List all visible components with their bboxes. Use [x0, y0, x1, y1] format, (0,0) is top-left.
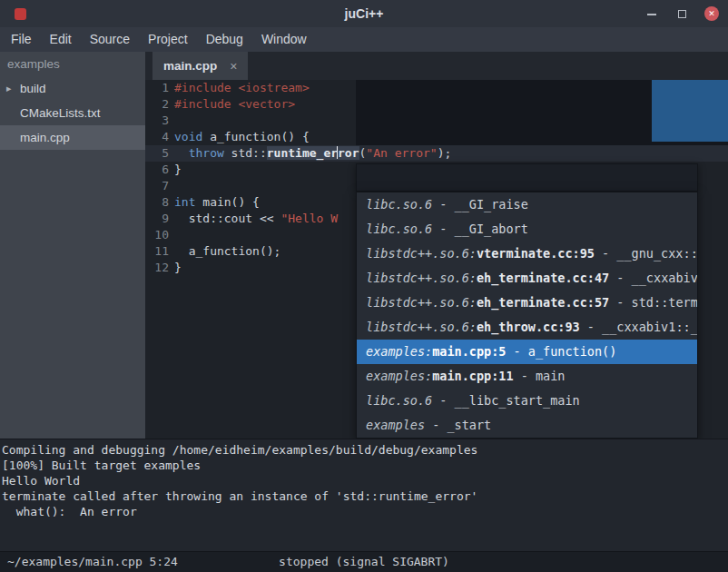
backtrace-binary: libstdc++.so.6: — [366, 271, 477, 285]
menu-item-file[interactable]: File — [2, 27, 41, 52]
tabbar: main.cpp × — [145, 52, 728, 80]
backtrace-location: eh_terminate.cc:47 — [477, 271, 609, 285]
app-icon — [15, 8, 26, 20]
backtrace-location: vterminate.cc:95 — [477, 246, 595, 261]
code-text: throw std::runtime_error("An error"); — [174, 145, 451, 162]
backtrace-filter-entry[interactable] — [356, 163, 698, 192]
status-file-location: ~/examples/main.cpp 5:24 — [7, 552, 178, 572]
backtrace-binary: libstdc++.so.6: — [366, 246, 477, 261]
line-number: 7 — [145, 178, 171, 194]
menu-item-window[interactable]: Window — [252, 27, 316, 52]
line-number: 11 — [145, 243, 171, 260]
backtrace-binary: examples: — [366, 369, 432, 383]
backtrace-binary: libc.so.6 — [366, 222, 432, 236]
sidebar-item-main-cpp[interactable]: main.cpp — [0, 125, 145, 150]
terminal-line: what(): An error — [2, 504, 728, 519]
terminal-line: [100%] Built target examples — [2, 458, 728, 473]
backtrace-row-3[interactable]: libstdc++.so.6:eh_terminate.cc:47 - __cx… — [357, 266, 697, 291]
backtrace-function: - __GI_abort — [432, 222, 528, 236]
code-text: void a_function() { — [174, 129, 310, 145]
backtrace-location: eh_throw.cc:93 — [477, 320, 580, 334]
status-debug-state: stopped (signal SIGABRT) — [279, 552, 449, 572]
tab-close-icon[interactable]: × — [230, 59, 237, 74]
backtrace-function: - std::terminate() — [609, 295, 697, 310]
tab-main-cpp[interactable]: main.cpp × — [152, 52, 248, 80]
backtrace-row-5[interactable]: libstdc++.so.6:eh_throw.cc:93 - __cxxabi… — [357, 315, 697, 340]
code-text: a_function(); — [174, 243, 280, 260]
line-number: 3 — [145, 113, 171, 129]
close-icon[interactable] — [704, 6, 719, 21]
menu-item-edit[interactable]: Edit — [41, 27, 81, 52]
juci-window: juCi++ FileEditSourceProjectDebugWindow … — [0, 0, 728, 572]
line-number: 12 — [145, 260, 171, 276]
chevron-right-icon[interactable]: ▸ — [6, 76, 12, 101]
backtrace-row-2[interactable]: libstdc++.so.6:vterminate.cc:95 - __gnu_… — [357, 242, 697, 266]
minimize-icon[interactable] — [644, 6, 659, 21]
backtrace-function: - _start — [425, 418, 491, 432]
line-number: 4 — [145, 129, 171, 145]
menubar: FileEditSourceProjectDebugWindow — [0, 27, 728, 52]
backtrace-function: - __cxxabiv1::__cxa_thro — [580, 320, 697, 334]
window-title: juCi++ — [0, 6, 728, 21]
code-text: } — [174, 260, 182, 276]
line-number: 8 — [145, 194, 171, 211]
backtrace-function: - __gnu_cxx::__verbos — [595, 246, 697, 261]
backtrace-function: - __libc_start_main — [432, 393, 580, 408]
backtrace-binary: libc.so.6 — [366, 197, 432, 212]
backtrace-row-9[interactable]: examples - _start — [357, 413, 697, 438]
backtrace-binary: libstdc++.so.6: — [366, 295, 477, 310]
code-text: } — [174, 162, 182, 178]
code-text: #include <vector> — [174, 96, 295, 113]
terminal-line: terminate called after throwing an insta… — [2, 488, 728, 504]
titlebar[interactable]: juCi++ — [0, 0, 728, 27]
tooltip-selection-box — [652, 80, 728, 142]
code-text: #include <iostream> — [174, 80, 310, 96]
file-tree: examples ▸buildCMakeLists.txtmain.cpp — [0, 52, 146, 439]
terminal-output[interactable]: Compiling and debugging /home/eidheim/ex… — [0, 439, 728, 552]
backtrace-row-4[interactable]: libstdc++.so.6:eh_terminate.cc:57 - std:… — [357, 291, 697, 315]
sidebar-item-build[interactable]: ▸build — [0, 76, 145, 101]
statusbar: ~/examples/main.cpp 5:24 stopped (signal… — [0, 551, 728, 572]
line-number: 2 — [145, 96, 171, 113]
sidebar-item-cmakelists-txt[interactable]: CMakeLists.txt — [0, 101, 145, 125]
editor-column: main.cpp × 1#include <iostream>2#include… — [145, 52, 728, 439]
code-editor[interactable]: 1#include <iostream>2#include <vector>34… — [145, 80, 728, 439]
sidebar-item-label: main.cpp — [20, 131, 70, 144]
code-line-5[interactable]: 5 throw std::runtime_error("An error"); — [145, 145, 728, 162]
menu-item-project[interactable]: Project — [139, 27, 197, 52]
backtrace-binary: libstdc++.so.6: — [366, 320, 477, 334]
backtrace-location: main.cpp:11 — [432, 369, 513, 383]
project-name: examples — [0, 52, 145, 76]
line-number: 6 — [145, 162, 171, 178]
backtrace-row-7[interactable]: examples:main.cpp:11 - main — [357, 364, 697, 389]
backtrace-function: - __GI_raise — [432, 197, 528, 212]
window-controls — [644, 0, 719, 27]
backtrace-row-1[interactable]: libc.so.6 - __GI_abort — [357, 217, 697, 242]
backtrace-function: - a_function() — [506, 344, 616, 359]
line-number: 10 — [145, 227, 171, 243]
terminal-line: Hello World — [2, 473, 728, 488]
file-tree-items: ▸buildCMakeLists.txtmain.cpp — [0, 76, 145, 150]
code-text: std::cout << "Hello W — [174, 211, 338, 227]
menu-item-debug[interactable]: Debug — [197, 27, 252, 52]
backtrace-row-6[interactable]: examples:main.cpp:5 - a_function() — [357, 340, 697, 364]
line-number: 9 — [145, 211, 171, 227]
line-number: 1 — [145, 80, 171, 96]
backtrace-binary: examples — [366, 418, 425, 432]
backtrace-function: - __cxxabiv1::__term — [609, 271, 697, 285]
restore-icon[interactable] — [674, 6, 689, 21]
sidebar-item-label: build — [20, 82, 46, 95]
backtrace-popup: libc.so.6 - __GI_raiselibc.so.6 - __GI_a… — [356, 192, 698, 439]
tab-label: main.cpp — [163, 59, 217, 73]
backtrace-binary: libc.so.6 — [366, 393, 432, 408]
menu-item-source[interactable]: Source — [81, 27, 139, 52]
main-area: examples ▸buildCMakeLists.txtmain.cpp ma… — [0, 52, 728, 439]
terminal-line: Compiling and debugging /home/eidheim/ex… — [2, 442, 728, 458]
backtrace-row-0[interactable]: libc.so.6 - __GI_raise — [357, 192, 697, 217]
backtrace-location: eh_terminate.cc:57 — [477, 295, 609, 310]
code-text: int main() { — [174, 194, 260, 211]
backtrace-function: - main — [514, 369, 566, 383]
backtrace-row-8[interactable]: libc.so.6 - __libc_start_main — [357, 389, 697, 413]
sidebar-item-label: CMakeLists.txt — [20, 106, 101, 120]
line-number: 5 — [145, 145, 171, 162]
